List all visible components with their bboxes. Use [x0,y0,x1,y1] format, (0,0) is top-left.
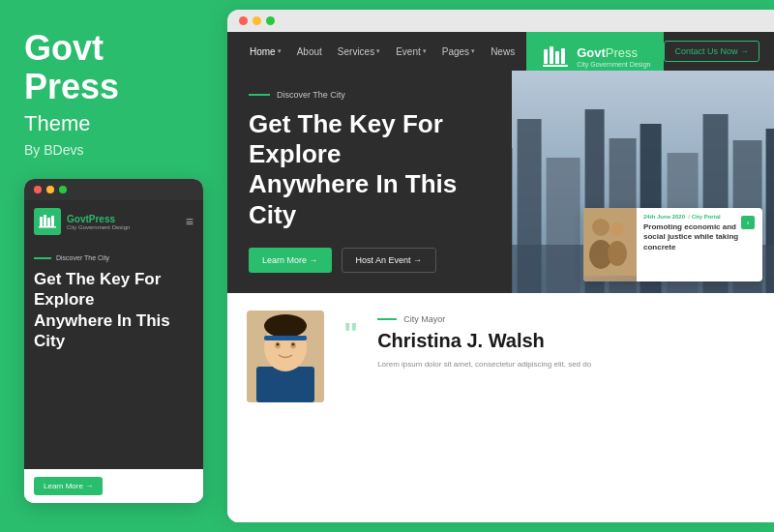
right-panel: Home ▾ About Services ▾ Event ▾ Pages ▾ [227,10,774,522]
pages-chevron: ▾ [471,47,475,55]
mayor-name: Christina J. Walsh [377,330,755,351]
browser-content: Home ▾ About Services ▾ Event ▾ Pages ▾ [227,32,774,522]
nav-event[interactable]: Event ▾ [388,32,434,71]
hero-left: Discover The City Get The Key For Explor… [227,71,512,293]
desktop-logo-tagline: City Government Design [577,61,650,68]
browser-dot-green [266,16,275,25]
event-chevron: ▾ [423,47,427,55]
mayor-info: City Mayor Christina J. Walsh Lorem ipsu… [377,310,755,370]
mobile-hero-title: Get The Key For Explore Anywhere In This… [34,269,194,351]
learn-more-button[interactable]: Learn More → [249,248,332,273]
mobile-logo: GovtPress City Government Design [34,208,130,235]
svg-rect-2 [47,218,50,226]
news-card-meta: 24th June 2020 / City Portal [643,214,756,220]
mayor-avatar [247,310,324,402]
home-chevron: ▾ [278,47,282,55]
hero-right: 24th June 2020 / City Portal Promoting e… [512,71,774,293]
desktop-nav: Home ▾ About Services ▾ Event ▾ Pages ▾ [227,32,774,71]
mobile-topbar [24,179,203,200]
svg-point-26 [610,222,624,236]
svg-rect-7 [555,51,559,64]
desktop-logo-name: GovtPress [577,46,650,60]
mobile-discover-text: Discover The City [56,254,109,261]
quote-icon: " [343,318,358,349]
svg-rect-6 [550,46,553,64]
mobile-discover-line [34,257,51,259]
svg-point-24 [592,219,610,236]
hero-discover-line [249,94,270,96]
news-card-image [583,208,637,281]
theme-subtitle: Theme [24,111,203,136]
svg-rect-9 [543,65,568,67]
hero-discover: Discover The City [249,90,491,100]
mobile-hero-content: Discover The City Get The Key For Explor… [24,243,203,469]
browser-dots [239,16,275,25]
contact-us-button[interactable]: Contact Us Now → [664,41,759,62]
host-event-button[interactable]: Host An Event → [342,248,437,273]
nav-home[interactable]: Home ▾ [242,32,289,71]
theme-title: Govt Press [24,29,203,105]
desktop-bottom: " City Mayor Christina J. Walsh Lorem ip… [227,293,774,522]
title-line1: Govt [24,28,104,68]
dot-green [59,186,67,193]
services-chevron: ▾ [376,47,380,55]
desktop-logo-icon [540,42,571,73]
nav-services[interactable]: Services ▾ [330,32,388,71]
svg-rect-4 [39,226,56,228]
desktop-hero: Discover The City Get The Key For Explor… [227,71,774,293]
nav-news[interactable]: News [483,32,522,71]
svg-rect-3 [51,216,54,226]
nav-links: Home ▾ About Services ▾ Event ▾ Pages ▾ [242,32,526,71]
mobile-card-bottom: Learn More → [24,469,203,503]
mobile-logo-text: GovtPress City Government Design [67,214,130,230]
title-line2: Press [24,67,119,106]
svg-point-31 [264,314,307,338]
svg-rect-8 [561,48,565,64]
svg-rect-5 [544,49,548,64]
svg-rect-29 [256,367,314,402]
mobile-logo-tagline: City Government Design [67,224,130,230]
dot-red [34,186,42,193]
hamburger-icon[interactable]: ≡ [186,214,194,229]
mayor-desc: Lorem ipsum dolor sit amet, consectetur … [377,359,755,370]
browser-topbar [227,10,774,32]
svg-rect-1 [44,215,46,226]
svg-point-35 [277,343,280,346]
browser-dot-yellow [253,16,261,25]
browser-dot-red [239,16,248,25]
mayor-label-row: City Mayor [377,314,755,324]
nav-pages[interactable]: Pages ▾ [434,32,483,71]
mobile-preview-card: GovtPress City Government Design ≡ Disco… [24,179,203,503]
mobile-logo-name: GovtPress [67,214,130,224]
svg-rect-23 [583,208,637,276]
news-card-title: Promoting economic and social justice wh… [643,222,756,252]
mayor-figure [247,310,324,402]
mobile-discover: Discover The City [34,254,194,261]
nav-about[interactable]: About [289,32,330,71]
hero-title: Get The Key For Explore Anywhere In This… [249,109,491,230]
news-arrow-icon[interactable]: › [741,216,755,229]
mayor-label: City Mayor [403,314,445,324]
theme-by: By BDevs [24,142,203,158]
svg-rect-32 [264,336,307,340]
mobile-logo-icon [34,208,61,235]
left-panel: Govt Press Theme By BDevs [0,0,227,532]
svg-point-27 [608,241,627,266]
mobile-nav: GovtPress City Government Design ≡ [24,200,203,243]
dot-yellow [46,186,54,193]
svg-point-36 [292,343,295,346]
desktop-logo-text: GovtPress City Government Design [577,46,650,67]
mayor-line [377,318,397,320]
hero-buttons: Learn More → Host An Event → [249,248,491,273]
quote-icon-col: " [343,310,358,349]
mobile-learn-more-button[interactable]: Learn More → [34,477,103,495]
svg-rect-0 [40,217,43,226]
hero-discover-text: Discover The City [277,90,345,100]
news-card: 24th June 2020 / City Portal Promoting e… [583,208,762,281]
